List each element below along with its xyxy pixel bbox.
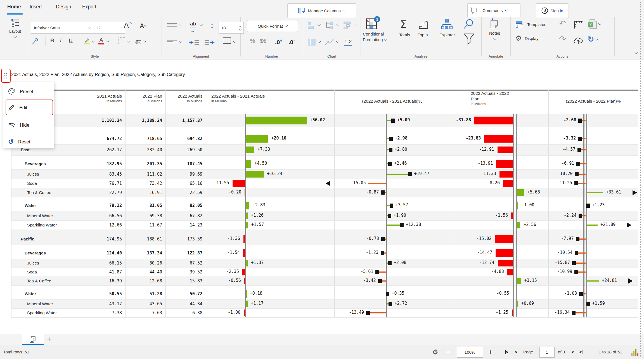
- variance-bar[interactable]: [246, 160, 251, 168]
- row-label[interactable]: Sparkling Water: [27, 222, 57, 228]
- wrap-text-icon[interactable]: ab: [190, 21, 196, 27]
- plan-pct-line[interactable]: [579, 174, 586, 175]
- value-cell[interactable]: 1,189.24: [126, 117, 162, 124]
- plan-pct-marker[interactable]: [572, 311, 576, 315]
- plan-pct-line[interactable]: [580, 163, 586, 164]
- column-header[interactable]: 2022 Planin Millions: [125, 93, 162, 104]
- menu-item-edit[interactable]: Edit: [3, 100, 54, 115]
- plan-variance-bar[interactable]: [495, 235, 513, 243]
- plan-variance-bar[interactable]: [496, 160, 513, 168]
- plan-pct-line[interactable]: [578, 183, 586, 184]
- plan-variance-bar[interactable]: [484, 135, 513, 143]
- value-cell[interactable]: 201.35: [126, 161, 162, 167]
- chevron-down-icon[interactable]: [179, 23, 182, 26]
- variance-pct-line[interactable]: [382, 280, 386, 282]
- plan-pct-marker[interactable]: [575, 251, 578, 255]
- last-page-button[interactable]: >|: [579, 345, 583, 359]
- cloud-upload-icon[interactable]: [573, 36, 584, 44]
- plan-pct-marker[interactable]: [579, 214, 582, 218]
- add-sheet-button[interactable]: +: [47, 335, 51, 343]
- column-header[interactable]: (2022 Actuals - 2021 Actuals)%: [334, 98, 450, 104]
- variance-pct-line[interactable]: [379, 271, 386, 273]
- redo-icon[interactable]: ↷: [559, 34, 566, 44]
- italic-button[interactable]: I: [60, 37, 61, 44]
- sheet-tab-active[interactable]: [22, 334, 44, 344]
- plan-variance-bar[interactable]: [498, 260, 513, 266]
- value-cell[interactable]: 22.79: [86, 190, 122, 196]
- value-cell[interactable]: 14.23: [166, 222, 202, 228]
- value-cell[interactable]: 718.65: [126, 136, 162, 142]
- plan-variance-bar[interactable]: [517, 189, 524, 196]
- plan-pct-line[interactable]: [582, 120, 586, 121]
- value-cell[interactable]: 1,157.37: [166, 117, 202, 124]
- variance-bar[interactable]: [246, 260, 248, 266]
- variance-pct-line[interactable]: [368, 183, 386, 184]
- highlight-color-icon[interactable]: [83, 37, 91, 45]
- value-cell[interactable]: 50.55: [86, 291, 122, 297]
- variance-bar[interactable]: [243, 235, 245, 243]
- variance-bar[interactable]: [246, 147, 254, 153]
- variance-pct-line[interactable]: [384, 252, 386, 254]
- undo-icon[interactable]: ↶: [559, 18, 566, 28]
- variance-pct-marker[interactable]: [388, 214, 391, 218]
- vertical-align-icon[interactable]: [167, 22, 177, 27]
- plan-pct-line[interactable]: [587, 192, 603, 193]
- first-page-button[interactable]: |<: [505, 345, 508, 359]
- currency-format-icon[interactable]: $€: [260, 37, 266, 44]
- ruler-icon[interactable]: [574, 20, 583, 29]
- value-cell[interactable]: 137.34: [126, 250, 162, 256]
- underline-button[interactable]: U: [69, 37, 73, 44]
- variance-pct-marker[interactable]: [389, 148, 392, 152]
- value-cell[interactable]: 1,101.34: [86, 117, 122, 124]
- row-height-icon[interactable]: ↕: [210, 21, 214, 30]
- filter-icon[interactable]: [463, 33, 475, 45]
- value-cell[interactable]: 7.38: [86, 310, 122, 316]
- value-cell[interactable]: 16.91: [126, 190, 162, 196]
- variance-pct-line[interactable]: [387, 174, 410, 175]
- plan-variance-bar[interactable]: [499, 171, 513, 178]
- report-title[interactable]: 2021 Actuals, 2022 Plan, 2022 Actuals by…: [11, 72, 185, 77]
- comments-button[interactable]: Comments: [467, 3, 520, 17]
- plan-variance-bar[interactable]: [474, 117, 513, 124]
- value-cell[interactable]: 76.71: [86, 180, 122, 186]
- plan-variance-bar[interactable]: [498, 147, 513, 153]
- value-cell[interactable]: 79.22: [86, 202, 122, 209]
- plan-variance-bar[interactable]: [517, 202, 518, 209]
- value-cell[interactable]: 11.67: [126, 222, 162, 228]
- plan-pct-line[interactable]: [578, 252, 586, 254]
- plan-pct-marker[interactable]: [576, 237, 579, 241]
- combo-chart-icon[interactable]: [343, 21, 352, 30]
- plan-pct-marker[interactable]: [586, 302, 590, 306]
- value-cell[interactable]: 111.02: [126, 171, 162, 177]
- variance-pct-marker[interactable]: [390, 204, 393, 208]
- chevron-down-icon[interactable]: [106, 39, 109, 42]
- variance-pct-line[interactable]: [385, 192, 386, 193]
- row-label[interactable]: Mineral Water: [27, 213, 53, 219]
- plan-pct-line[interactable]: [579, 238, 586, 240]
- row-label[interactable]: Pacific: [21, 236, 34, 242]
- value-cell[interactable]: 41.87: [86, 269, 122, 275]
- variance-pct-marker[interactable]: [378, 279, 382, 283]
- row-label[interactable]: Sparkling Water: [27, 310, 57, 316]
- quick-format-button[interactable]: Quick Format: [247, 20, 298, 32]
- chevron-down-icon[interactable]: [179, 40, 182, 43]
- settings-gear-icon[interactable]: ⚙: [432, 345, 438, 359]
- plan-pct-line[interactable]: [582, 138, 586, 139]
- decrease-font-icon[interactable]: A: [140, 22, 146, 30]
- chevron-down-icon[interactable]: [318, 40, 321, 43]
- decrease-decimal-icon[interactable]: .0-: [288, 38, 295, 46]
- value-cell[interactable]: 67.82: [166, 213, 202, 219]
- value-cell[interactable]: 15.83: [166, 278, 202, 284]
- value-cell[interactable]: 80.26: [126, 260, 162, 266]
- manage-columns-button[interactable]: Manage Columns: [287, 3, 356, 18]
- variance-pct-marker[interactable]: [408, 172, 412, 176]
- value-cell[interactable]: 188.61: [126, 236, 162, 242]
- column-header[interactable]: 2022 Actuals - 2022Planin Millions: [471, 91, 555, 107]
- variance-bar[interactable]: [245, 189, 245, 196]
- font-size-select[interactable]: 12: [93, 22, 125, 34]
- clear-format-icon[interactable]: [135, 37, 142, 45]
- value-cell[interactable]: 51.28: [126, 291, 162, 297]
- chevron-down-icon[interactable]: [336, 40, 339, 43]
- variance-bar[interactable]: [243, 249, 245, 257]
- templates-button[interactable]: Templates: [515, 20, 546, 29]
